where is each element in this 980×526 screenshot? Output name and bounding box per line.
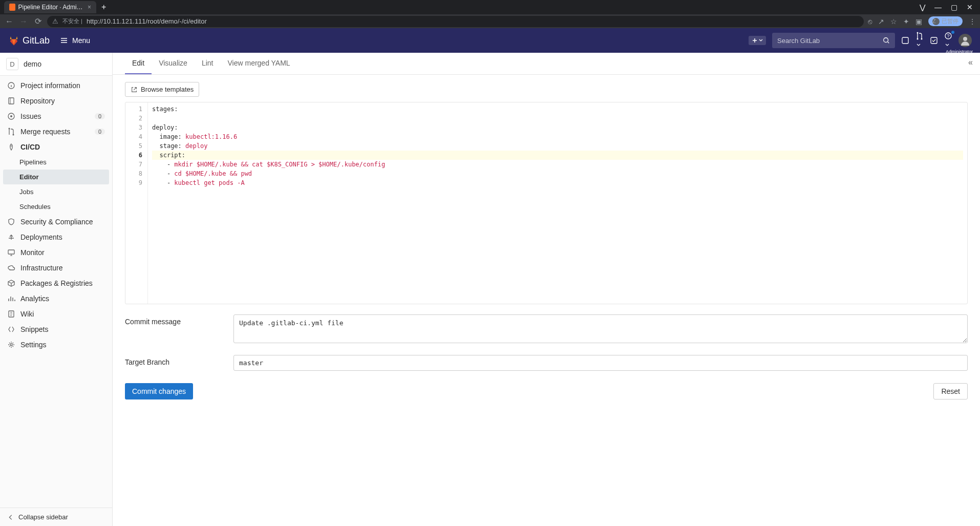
svg-rect-16 xyxy=(8,250,14,254)
sidebar-item-label: Security & Compliance xyxy=(20,218,93,226)
extensions-icon[interactable]: ✦ xyxy=(903,17,909,26)
svg-point-14 xyxy=(13,134,14,136)
target-branch-input[interactable] xyxy=(233,355,968,371)
sidebar-item-pipelines[interactable]: Pipelines xyxy=(0,155,112,170)
sidebar-item-monitor[interactable]: Monitor xyxy=(0,245,112,260)
sidebar-item-snippets[interactable]: Snippets xyxy=(0,322,112,337)
sidebar-item-schedules[interactable]: Schedules xyxy=(0,199,112,214)
kebab-menu-icon[interactable]: ⋮ xyxy=(969,17,976,26)
sidebar-item-security-compliance[interactable]: Security & Compliance xyxy=(0,214,112,229)
share-icon[interactable]: ↗ xyxy=(878,17,884,26)
sidebar-item-merge-requests[interactable]: Merge requests0 xyxy=(0,124,112,139)
gitlab-logo-text: GitLab xyxy=(23,35,50,46)
commit-message-label: Commit message xyxy=(125,314,233,345)
reload-icon[interactable]: ⟳ xyxy=(33,16,43,26)
cloud-icon xyxy=(7,264,15,272)
svg-point-4 xyxy=(921,38,923,40)
bookmark-icon[interactable]: ☆ xyxy=(890,17,897,26)
main-content: « EditVisualizeLintView merged YAML Brow… xyxy=(113,53,980,526)
sidebar-item-ci-cd[interactable]: CI/CD xyxy=(0,139,112,155)
sidebar-item-label: Repository xyxy=(20,97,55,105)
commit-message-input[interactable] xyxy=(233,314,968,343)
todos-shortcut-icon[interactable] xyxy=(930,36,938,45)
browser-profile-chip[interactable]: Z已暂停 xyxy=(928,16,963,26)
sidebar-item-repository[interactable]: Repository xyxy=(0,93,112,109)
main-menu-button[interactable]: Menu xyxy=(60,36,90,45)
merge-requests-shortcut-icon[interactable] xyxy=(915,32,924,49)
search-box[interactable] xyxy=(772,33,895,48)
commit-actions: Commit changes Reset xyxy=(125,383,968,399)
address-bar[interactable]: ⚠ 不安全 | http://10.11.121.111/root/demo/-… xyxy=(47,16,864,27)
project-avatar: D xyxy=(6,58,18,70)
sidebar-item-label: Issues xyxy=(20,112,41,120)
collapse-sidebar-button[interactable]: Collapse sidebar xyxy=(0,508,112,526)
code-area[interactable]: stages:deploy: image: kubectl:1.16.6 sta… xyxy=(148,102,967,304)
new-tab-button[interactable]: + xyxy=(96,3,111,12)
svg-point-3 xyxy=(917,38,919,40)
profile-chip-label: 已暂停 xyxy=(942,17,958,25)
collapse-label: Collapse sidebar xyxy=(18,513,68,521)
code-editor[interactable]: 123456789 stages:deploy: image: kubectl:… xyxy=(125,102,968,304)
sidebar-item-jobs[interactable]: Jobs xyxy=(0,184,112,199)
sidebar-item-infrastructure[interactable]: Infrastructure xyxy=(0,260,112,276)
window-controls: ⋁ — ▢ ✕ xyxy=(912,3,980,11)
sidepanel-icon[interactable]: ▣ xyxy=(915,17,922,26)
sidebar-item-label: Deployments xyxy=(20,233,62,241)
wiki-icon xyxy=(7,310,15,318)
reset-button[interactable]: Reset xyxy=(933,383,968,399)
svg-rect-1 xyxy=(902,37,908,44)
sidebar-item-analytics[interactable]: Analytics xyxy=(0,291,112,306)
search-input[interactable] xyxy=(777,37,883,45)
back-icon[interactable]: ← xyxy=(4,17,14,26)
sidebar-item-settings[interactable]: Settings xyxy=(0,337,112,352)
sidebar-item-wiki[interactable]: Wiki xyxy=(0,306,112,322)
shield-icon xyxy=(7,218,15,226)
svg-point-13 xyxy=(9,128,10,130)
close-window-icon[interactable]: ✕ xyxy=(967,3,973,11)
gitlab-logo[interactable]: GitLab xyxy=(8,35,50,46)
sidebar-item-editor[interactable]: Editor xyxy=(3,170,109,184)
sidebar-item-packages-registries[interactable]: Packages & Registries xyxy=(0,276,112,291)
collapse-right-panel-icon[interactable]: « xyxy=(968,58,973,67)
forward-icon[interactable]: → xyxy=(18,17,29,26)
sidebar-project-header[interactable]: D demo xyxy=(0,53,112,76)
merge-icon xyxy=(7,128,15,136)
minimize-icon[interactable]: — xyxy=(934,3,942,11)
issues-shortcut-icon[interactable] xyxy=(901,36,909,45)
sidebar-item-label: Jobs xyxy=(19,188,33,196)
avatar-icon xyxy=(960,35,970,46)
browser-tab-title: Pipeline Editor · Administrator xyxy=(18,4,84,11)
menu-label: Menu xyxy=(72,36,90,45)
target-branch-row: Target Branch xyxy=(125,355,968,371)
tab-visualize[interactable]: Visualize xyxy=(152,53,195,74)
sidebar-item-label: Pipelines xyxy=(19,158,47,166)
maximize-icon[interactable]: ▢ xyxy=(951,3,957,11)
info-icon xyxy=(7,81,15,90)
sidebar-item-label: Analytics xyxy=(20,294,49,303)
commit-changes-button[interactable]: Commit changes xyxy=(125,383,193,399)
svg-point-12 xyxy=(10,115,12,117)
user-avatar[interactable]: Administrator xyxy=(958,34,972,47)
browse-templates-button[interactable]: Browse templates xyxy=(125,82,199,97)
gitlab-logo-icon xyxy=(8,35,19,46)
sidebar-item-project-information[interactable]: Project information xyxy=(0,78,112,93)
svg-point-18 xyxy=(10,344,12,346)
header-right: ? Administrator xyxy=(749,32,972,49)
tab-lint[interactable]: Lint xyxy=(195,53,221,74)
new-dropdown[interactable] xyxy=(749,36,766,45)
sidebar-item-issues[interactable]: Issues0 xyxy=(0,109,112,124)
close-tab-icon[interactable]: × xyxy=(88,4,91,11)
browser-tab[interactable]: Pipeline Editor · Administrator × xyxy=(4,1,96,13)
sidebar-item-deployments[interactable]: Deployments xyxy=(0,229,112,245)
help-shortcut-icon[interactable]: ? xyxy=(944,32,952,49)
sidebar-item-label: Project information xyxy=(20,81,80,90)
collapse-icon xyxy=(7,514,14,521)
more-icon[interactable]: ⋁ xyxy=(920,3,925,11)
svg-text:?: ? xyxy=(947,33,949,38)
chevron-down-icon xyxy=(759,38,763,43)
tab-view-merged-yaml[interactable]: View merged YAML xyxy=(220,53,297,74)
editor-tabs: EditVisualizeLintView merged YAML xyxy=(113,53,980,75)
commit-message-row: Commit message xyxy=(125,314,968,345)
tab-edit[interactable]: Edit xyxy=(125,53,152,74)
translate-icon[interactable]: ⎋ xyxy=(868,17,872,26)
